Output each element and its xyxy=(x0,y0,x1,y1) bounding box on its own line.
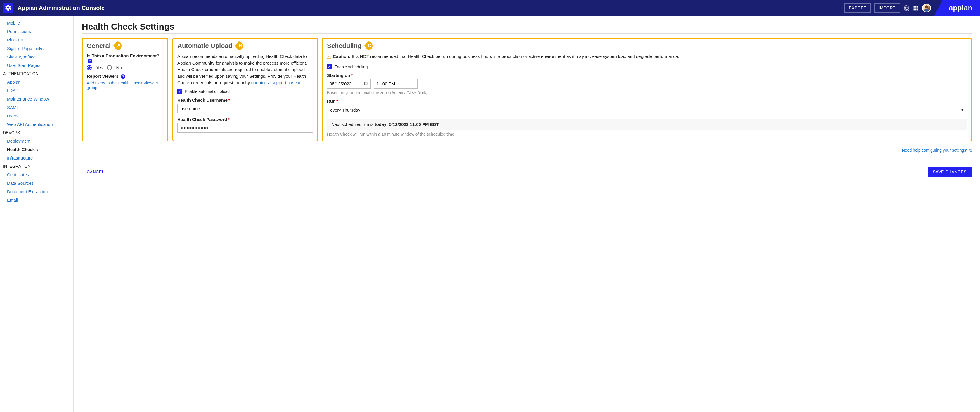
app-header: Appian Administration Console EXPORT IMP… xyxy=(0,0,980,16)
badge-c-icon: C xyxy=(364,41,377,50)
sidebar-item-web-api-authentication[interactable]: Web API Authentication xyxy=(0,120,73,129)
badge-b-icon: B xyxy=(235,41,248,50)
enable-scheduling-checkbox[interactable] xyxy=(327,64,332,69)
import-button[interactable]: IMPORT xyxy=(874,3,900,13)
username-input[interactable] xyxy=(177,104,313,113)
help-configuring-link[interactable]: Need help configuring your settings?⧉ xyxy=(902,148,972,153)
add-users-link[interactable]: Add users to the Health Check Viewers gr… xyxy=(87,81,158,90)
warning-icon: ⚠ xyxy=(327,54,331,61)
header-title: Appian Administration Console xyxy=(18,5,105,11)
svg-rect-1 xyxy=(915,6,916,7)
svg-rect-2 xyxy=(917,6,918,7)
prod-no-label: No xyxy=(116,65,122,70)
card-automatic-upload: Automatic Upload B Appian recommends aut… xyxy=(172,38,318,142)
chevron-down-icon: ▾ xyxy=(961,107,964,113)
help-icon[interactable]: ? xyxy=(121,74,125,79)
run-label: Run* xyxy=(327,99,967,103)
external-link-icon: ⧉ xyxy=(298,81,301,85)
sidebar-item-users[interactable]: Users xyxy=(0,111,73,120)
save-changes-button[interactable]: SAVE CHANGES xyxy=(928,167,972,177)
caution-warning: ⚠ Caution: It is NOT recommended that He… xyxy=(327,53,967,61)
run-frequency-value: every Thursday xyxy=(330,108,360,113)
sidebar-item-email[interactable]: Email xyxy=(0,196,73,204)
start-time-input[interactable] xyxy=(374,79,417,88)
sidebar-item-infrastructure[interactable]: Infrastructure xyxy=(0,154,73,162)
settings-gear-icon[interactable] xyxy=(3,3,13,13)
support-case-link[interactable]: opening a support case⧉ xyxy=(251,80,301,85)
start-time-field[interactable] xyxy=(374,79,418,89)
card-general: General A Is This a Production Environme… xyxy=(82,38,168,142)
sidebar-item-saml[interactable]: SAML xyxy=(0,103,73,111)
svg-rect-5 xyxy=(917,7,918,8)
sidebar-category-integration: INTEGRATION xyxy=(0,162,73,170)
svg-rect-0 xyxy=(913,6,915,7)
brand-logo: appian xyxy=(934,0,980,16)
general-heading: General xyxy=(87,42,111,50)
prod-yes-label: Yes xyxy=(96,65,103,70)
sidebar-item-sign-in-page-links[interactable]: Sign-in Page Links xyxy=(0,44,73,52)
autoupload-heading: Automatic Upload xyxy=(177,42,232,50)
sidebar-item-health-check[interactable]: Health Check › xyxy=(0,145,73,154)
export-button[interactable]: EXPORT xyxy=(845,3,871,13)
sidebar-item-permissions[interactable]: Permissions xyxy=(0,27,73,36)
prod-no-radio[interactable] xyxy=(107,65,112,70)
sidebar-category-authentication: AUTHENTICATION xyxy=(0,70,73,78)
autoupload-description: Appian recommends automatically uploadin… xyxy=(177,53,313,86)
svg-rect-4 xyxy=(915,7,916,8)
user-avatar[interactable] xyxy=(922,3,931,12)
svg-point-10 xyxy=(924,9,929,12)
svg-rect-7 xyxy=(915,9,916,10)
next-run-info: Next scheduled run is today: 5/12/2022 1… xyxy=(327,119,967,130)
apps-grid-icon[interactable] xyxy=(913,5,919,11)
chevron-right-icon: › xyxy=(36,147,38,152)
enable-autoupload-checkbox[interactable] xyxy=(177,89,182,94)
external-link-icon: ⧉ xyxy=(969,148,972,153)
password-input[interactable] xyxy=(177,123,313,133)
sidebar-item-plug-ins[interactable]: Plug-ins xyxy=(0,36,73,44)
schedule-window-hint: Health Check will run within a 10 minute… xyxy=(327,132,967,137)
svg-rect-6 xyxy=(913,9,915,10)
password-label: Health Check Password* xyxy=(177,117,313,122)
prod-env-label: Is This a Production Environment? ? xyxy=(87,53,163,64)
sidebar-item-appian[interactable]: Appian xyxy=(0,78,73,86)
sidebar-nav: MobilePermissionsPlug-insSign-in Page Li… xyxy=(0,16,74,412)
sidebar-item-document-extraction[interactable]: Document Extraction xyxy=(0,187,73,196)
badge-a-icon: A xyxy=(113,41,126,50)
report-viewers-label: Report Viewers ? xyxy=(87,74,163,79)
sidebar-item-certificates[interactable]: Certificates xyxy=(0,170,73,179)
start-date-field[interactable] xyxy=(327,79,371,89)
starting-on-label: Starting on* xyxy=(327,73,967,78)
main-content: Health Check Settings General A Is This … xyxy=(73,16,980,412)
sidebar-item-ldap[interactable]: LDAP xyxy=(0,86,73,95)
run-frequency-select[interactable]: every Thursday ▾ xyxy=(327,105,967,115)
scheduling-heading: Scheduling xyxy=(327,42,362,50)
sidebar-category-devops: DEVOPS xyxy=(0,129,73,137)
username-label: Health Check Username* xyxy=(177,98,313,103)
enable-autoupload-label: Enable automatic upload xyxy=(185,89,230,94)
global-search-icon[interactable] xyxy=(904,5,909,11)
timezone-hint: Based on your personal time zone (Americ… xyxy=(327,90,967,95)
enable-scheduling-label: Enable scheduling xyxy=(334,65,368,69)
sidebar-item-user-start-pages[interactable]: User Start Pages xyxy=(0,61,73,70)
sidebar-item-deployment[interactable]: Deployment xyxy=(0,137,73,145)
page-title: Health Check Settings xyxy=(82,22,972,32)
sidebar-item-sites-typeface[interactable]: Sites Typeface xyxy=(0,52,73,61)
card-scheduling: Scheduling C ⚠ Caution: It is NOT recomm… xyxy=(322,38,972,142)
sidebar-item-data-sources[interactable]: Data Sources xyxy=(0,179,73,187)
svg-rect-3 xyxy=(913,7,915,8)
svg-point-9 xyxy=(925,5,928,8)
cancel-button[interactable]: CANCEL xyxy=(82,167,109,177)
calendar-icon[interactable] xyxy=(361,80,371,88)
prod-yes-radio[interactable] xyxy=(87,65,92,70)
svg-rect-8 xyxy=(917,9,918,10)
help-icon[interactable]: ? xyxy=(88,59,92,64)
sidebar-item-maintenance-window[interactable]: Maintenance Window xyxy=(0,95,73,103)
sidebar-item-mobile[interactable]: Mobile xyxy=(0,19,73,27)
start-date-input[interactable] xyxy=(327,79,361,88)
